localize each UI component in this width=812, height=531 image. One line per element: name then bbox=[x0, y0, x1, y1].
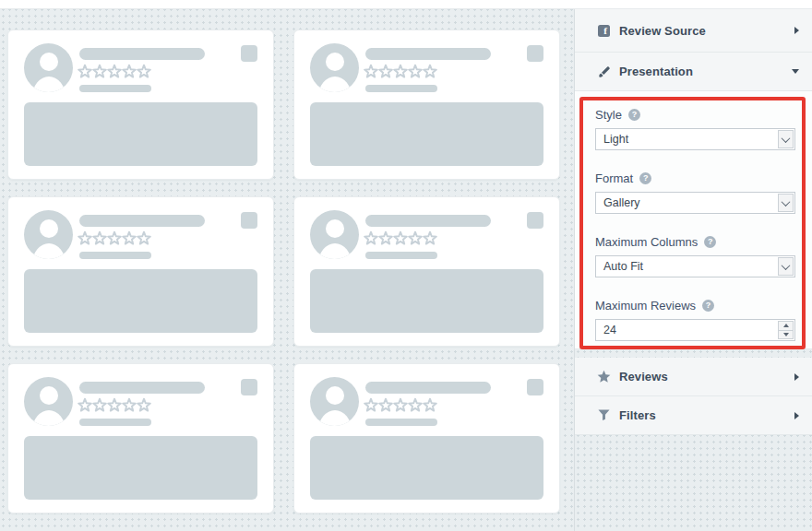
review-date-placeholder bbox=[365, 85, 437, 92]
filter-icon bbox=[597, 409, 611, 421]
source-badge-placeholder bbox=[527, 212, 543, 229]
review-card-placeholder bbox=[293, 363, 560, 513]
help-icon[interactable] bbox=[704, 236, 716, 248]
avatar-placeholder-icon bbox=[24, 210, 73, 259]
chevron-right-icon bbox=[794, 27, 799, 34]
chevron-down-icon bbox=[782, 197, 791, 206]
style-select-value: Light bbox=[603, 133, 628, 146]
avatar-placeholder-icon bbox=[24, 377, 73, 426]
review-text-placeholder bbox=[24, 102, 257, 166]
presentation-panel: Style Light Format Gallery Maximum Colum… bbox=[575, 91, 812, 349]
format-select-value: Gallery bbox=[603, 196, 640, 209]
top-white-strip bbox=[0, 0, 812, 9]
review-text-placeholder bbox=[24, 269, 257, 333]
star-rating-placeholder-icon bbox=[78, 64, 151, 79]
review-date-placeholder bbox=[365, 252, 437, 259]
triangle-up-icon bbox=[783, 324, 789, 327]
section-review-source[interactable]: Review Source bbox=[575, 9, 812, 53]
select-dropdown-button[interactable] bbox=[778, 194, 794, 212]
section-filters[interactable]: Filters bbox=[575, 396, 812, 435]
maximum-columns-label: Maximum Columns bbox=[595, 235, 698, 249]
maximum-reviews-input[interactable] bbox=[596, 320, 794, 340]
section-label: Filters bbox=[619, 408, 794, 422]
section-label: Reviews bbox=[619, 370, 794, 384]
source-badge-placeholder bbox=[527, 379, 543, 395]
avatar-placeholder-icon bbox=[310, 377, 359, 426]
reviewer-name-placeholder bbox=[365, 215, 491, 227]
maximum-columns-field: Maximum Columns Auto Fit bbox=[595, 234, 795, 277]
review-text-placeholder bbox=[24, 436, 257, 500]
style-label: Style bbox=[595, 108, 622, 122]
review-text-placeholder bbox=[310, 102, 543, 166]
format-field: Format Gallery bbox=[595, 171, 795, 214]
review-text-placeholder bbox=[310, 269, 543, 333]
review-text-placeholder bbox=[310, 436, 543, 500]
spinner-down-button[interactable] bbox=[779, 331, 793, 339]
avatar-placeholder-icon bbox=[310, 43, 359, 92]
avatar-placeholder-icon bbox=[310, 210, 359, 259]
review-date-placeholder bbox=[79, 419, 151, 426]
section-label: Review Source bbox=[619, 24, 794, 38]
star-rating-placeholder-icon bbox=[78, 230, 151, 246]
settings-sidebar: Review Source Presentation Style Light bbox=[575, 9, 812, 531]
review-date-placeholder bbox=[365, 419, 437, 426]
chevron-right-icon bbox=[794, 373, 799, 381]
review-card-placeholder bbox=[7, 30, 274, 180]
maximum-reviews-input-wrap bbox=[595, 319, 795, 341]
avatar-placeholder-icon bbox=[24, 43, 73, 92]
maximum-columns-select[interactable]: Auto Fit bbox=[595, 255, 795, 277]
star-rating-placeholder-icon bbox=[78, 397, 151, 413]
format-select[interactable]: Gallery bbox=[595, 192, 795, 214]
review-date-placeholder bbox=[79, 85, 151, 92]
spinner-up-button[interactable] bbox=[779, 322, 793, 331]
review-card-placeholder bbox=[293, 196, 560, 347]
widget-preview-area bbox=[0, 9, 575, 531]
select-dropdown-button[interactable] bbox=[778, 257, 794, 276]
chevron-down-icon bbox=[782, 261, 791, 270]
review-cards-grid bbox=[7, 30, 574, 513]
source-badge-placeholder bbox=[527, 45, 543, 62]
chevron-down-icon bbox=[782, 134, 791, 143]
reviewer-name-placeholder bbox=[365, 382, 491, 394]
section-reviews[interactable]: Reviews bbox=[575, 358, 812, 396]
facebook-icon bbox=[597, 25, 611, 37]
section-label: Presentation bbox=[619, 65, 792, 78]
brush-icon bbox=[597, 65, 611, 78]
style-select[interactable]: Light bbox=[595, 128, 795, 150]
chevron-right-icon bbox=[794, 412, 799, 419]
review-card-placeholder bbox=[7, 196, 274, 347]
review-date-placeholder bbox=[79, 252, 151, 259]
review-card-placeholder bbox=[293, 30, 560, 180]
reviewer-name-placeholder bbox=[365, 48, 491, 60]
reviewer-name-placeholder bbox=[79, 382, 205, 394]
format-label: Format bbox=[595, 171, 633, 185]
source-badge-placeholder bbox=[241, 45, 257, 62]
style-field: Style Light bbox=[595, 107, 795, 150]
number-spinner bbox=[778, 321, 794, 339]
maximum-columns-select-value: Auto Fit bbox=[603, 260, 643, 273]
source-badge-placeholder bbox=[241, 212, 257, 229]
triangle-down-icon bbox=[783, 333, 789, 336]
source-badge-placeholder bbox=[241, 379, 257, 395]
review-card-placeholder bbox=[7, 363, 274, 513]
select-dropdown-button[interactable] bbox=[778, 130, 794, 148]
reviewer-name-placeholder bbox=[79, 215, 205, 227]
help-icon[interactable] bbox=[702, 300, 714, 312]
star-rating-placeholder-icon bbox=[364, 397, 437, 413]
star-rating-placeholder-icon bbox=[364, 64, 437, 79]
section-gap bbox=[575, 349, 812, 358]
reviewer-name-placeholder bbox=[79, 48, 205, 60]
section-presentation[interactable]: Presentation bbox=[575, 53, 812, 91]
chevron-down-icon bbox=[792, 69, 799, 74]
star-icon bbox=[597, 370, 611, 384]
maximum-reviews-label: Maximum Reviews bbox=[595, 299, 696, 313]
maximum-reviews-field: Maximum Reviews bbox=[595, 298, 795, 341]
star-rating-placeholder-icon bbox=[364, 230, 437, 246]
help-icon[interactable] bbox=[639, 172, 651, 184]
help-icon[interactable] bbox=[628, 109, 640, 121]
